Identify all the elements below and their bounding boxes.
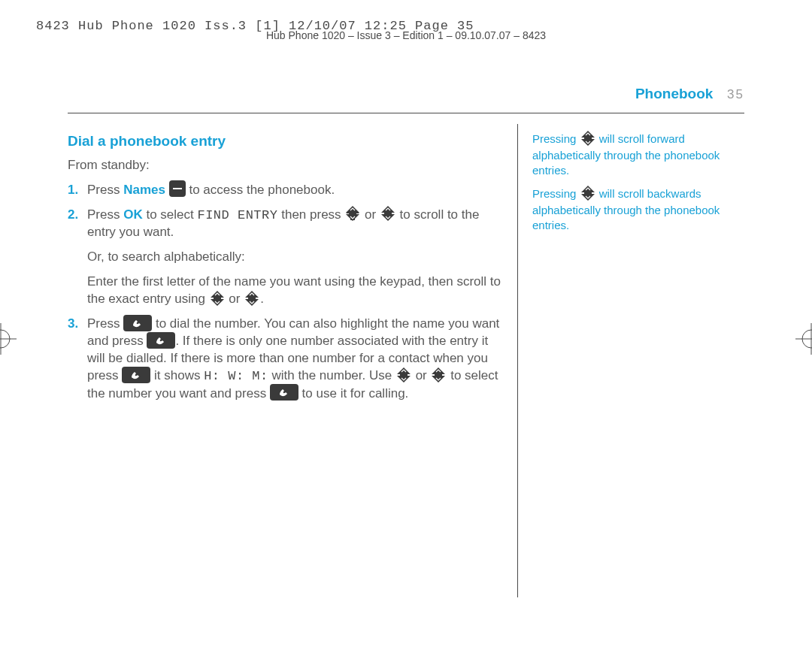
header-rule <box>68 113 744 113</box>
nav-up-icon <box>395 367 412 383</box>
text: to access the phonebook. <box>186 183 335 197</box>
from-standby-label: From standby: <box>68 157 504 174</box>
hwm-keyword: H: W: M: <box>204 369 268 383</box>
text: Pressing <box>532 132 580 145</box>
nav-down-icon <box>244 290 260 307</box>
running-footer-text: Hub Phone 1020 – Issue 3 – Edition 1 – 0… <box>0 29 812 43</box>
nav-up-icon <box>580 185 596 201</box>
nav-up-icon <box>344 205 361 222</box>
text: . <box>260 292 264 306</box>
text: Press <box>87 183 123 197</box>
text: to use it for calling. <box>298 386 408 401</box>
step-number: 2. <box>68 207 78 224</box>
nav-up-icon <box>209 290 226 307</box>
text: or <box>226 292 244 306</box>
text: it shows <box>150 368 204 382</box>
search-instruction: Enter the first letter of the name you w… <box>87 274 504 308</box>
or-search-label: Or, to search alphabetically: <box>87 249 504 266</box>
text: Enter the first letter of the name you w… <box>87 274 501 306</box>
document-page: 8423 Hub Phone 1020 Iss.3 [1] 12/10/07 1… <box>0 0 812 656</box>
step-1: 1. Press Names to access the phonebook. <box>68 182 504 199</box>
nav-down-icon <box>580 130 596 147</box>
text: with the number. Use <box>268 368 395 382</box>
text: Press <box>87 316 123 331</box>
instruction-list: 1. Press Names to access the phonebook. … <box>68 182 504 403</box>
step-number: 3. <box>68 316 78 333</box>
page-number: 35 <box>727 87 744 101</box>
call-key-icon <box>270 384 298 401</box>
main-column: Dial a phonebook entry From standby: 1. … <box>68 132 504 410</box>
call-key-icon <box>122 367 150 383</box>
text: to select <box>143 207 198 222</box>
side-column: Pressing will scroll forward alphabetica… <box>532 132 743 240</box>
text: Press <box>87 207 123 222</box>
minus-key-icon <box>169 180 186 197</box>
nav-down-icon <box>380 205 396 222</box>
text: or <box>412 368 431 382</box>
registration-mark-left-icon <box>0 323 17 355</box>
ok-keyword: OK <box>123 207 143 222</box>
section-heading: Dial a phonebook entry <box>68 132 504 151</box>
step-2: 2. Press OK to select FIND ENTRY then pr… <box>68 207 504 309</box>
nav-down-icon <box>430 367 447 383</box>
side-note-1: Pressing will scroll forward alphabetica… <box>532 132 743 179</box>
call-key-icon <box>123 315 152 331</box>
names-keyword: Names <box>123 183 165 197</box>
text: or <box>361 207 380 222</box>
step-3: 3. Press to dial the number. You can als… <box>68 316 504 403</box>
page-title: Phonebook <box>635 86 713 101</box>
text: Pressing <box>532 187 580 200</box>
registration-mark-right-icon <box>795 323 812 355</box>
page-header: Phonebook 35 <box>635 84 744 104</box>
call-key-icon <box>147 332 175 349</box>
step-number: 1. <box>68 182 78 199</box>
side-note-2: Pressing will scroll backwards alphabeti… <box>532 186 743 234</box>
find-entry-keyword: FIND ENTRY <box>197 208 277 222</box>
text: then press <box>277 207 344 222</box>
column-divider <box>517 124 518 597</box>
